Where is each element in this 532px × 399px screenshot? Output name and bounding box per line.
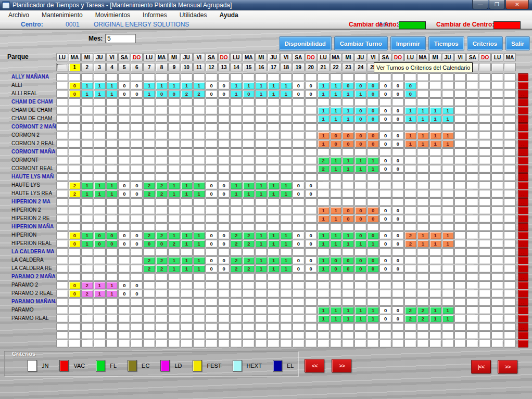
schedule-cell-empty[interactable] <box>479 223 491 231</box>
schedule-cell[interactable]: 0 <box>392 265 404 273</box>
schedule-cell-empty[interactable] <box>280 132 292 139</box>
schedule-cell-empty[interactable] <box>404 173 416 181</box>
schedule-cell[interactable]: 1 <box>268 256 280 264</box>
schedule-cell-empty[interactable] <box>404 265 416 273</box>
schedule-cell-empty[interactable] <box>442 298 454 306</box>
schedule-cell-empty[interactable] <box>118 115 130 123</box>
schedule-cell[interactable]: 0 <box>392 315 404 323</box>
schedule-cell-empty[interactable] <box>181 281 193 289</box>
schedule-cell[interactable]: 0 <box>342 215 354 223</box>
schedule-cell-empty[interactable] <box>69 223 81 231</box>
schedule-cell-empty[interactable] <box>404 165 416 173</box>
schedule-cell-empty[interactable] <box>342 190 354 198</box>
schedule-cell-empty[interactable] <box>230 315 242 323</box>
schedule-cell-empty[interactable] <box>293 198 305 206</box>
schedule-cell-empty[interactable] <box>143 298 155 306</box>
schedule-cell-empty[interactable] <box>429 190 441 198</box>
schedule-cell-empty[interactable] <box>417 165 429 173</box>
schedule-cell-empty[interactable] <box>106 107 118 114</box>
schedule-cell[interactable]: 1 <box>318 115 330 123</box>
schedule-cell[interactable]: 2 <box>156 256 168 264</box>
schedule-cell-empty[interactable] <box>479 207 491 214</box>
schedule-cell[interactable]: 0 <box>293 265 305 273</box>
schedule-cell-empty[interactable] <box>106 98 118 106</box>
schedule-cell[interactable]: 0 <box>379 157 391 164</box>
schedule-cell-empty[interactable] <box>330 198 342 206</box>
schedule-cell-empty[interactable] <box>168 315 180 323</box>
schedule-cell-empty[interactable] <box>69 323 81 331</box>
schedule-cell[interactable]: 2 <box>318 157 330 164</box>
mes-input[interactable] <box>105 34 136 43</box>
schedule-cell-empty[interactable] <box>243 140 255 148</box>
schedule-cell-empty[interactable] <box>354 173 366 181</box>
schedule-cell[interactable]: 1 <box>181 256 193 264</box>
schedule-cell-empty[interactable] <box>268 198 280 206</box>
schedule-cell-empty[interactable] <box>404 190 416 198</box>
schedule-cell-empty[interactable] <box>255 148 267 156</box>
schedule-cell-empty[interactable] <box>255 198 267 206</box>
schedule-cell-empty[interactable] <box>268 73 280 81</box>
row-options-button[interactable]: ··· <box>518 173 528 181</box>
schedule-cell-empty[interactable] <box>354 198 366 206</box>
schedule-cell-empty[interactable] <box>479 173 491 181</box>
schedule-cell-empty[interactable] <box>81 132 93 139</box>
schedule-cell-empty[interactable] <box>131 148 143 156</box>
schedule-cell-empty[interactable] <box>118 256 130 264</box>
schedule-cell-empty[interactable] <box>429 98 441 106</box>
schedule-cell-empty[interactable] <box>206 115 218 123</box>
schedule-cell-empty[interactable] <box>354 190 366 198</box>
schedule-cell-empty[interactable] <box>81 223 93 231</box>
schedule-cell-empty[interactable] <box>94 298 106 306</box>
menu-item-movimientos[interactable]: Movimientos <box>89 10 136 20</box>
schedule-cell[interactable]: 0 <box>379 165 391 173</box>
schedule-cell-empty[interactable] <box>181 248 193 256</box>
schedule-cell-empty[interactable] <box>206 207 218 214</box>
schedule-cell[interactable]: 0 <box>354 82 366 89</box>
schedule-cell-empty[interactable] <box>168 107 180 114</box>
schedule-cell-empty[interactable] <box>354 73 366 81</box>
schedule-cell[interactable]: 1 <box>429 115 441 123</box>
schedule-cell-empty[interactable] <box>118 148 130 156</box>
schedule-cell-empty[interactable] <box>293 306 305 314</box>
schedule-cell-empty[interactable] <box>94 98 106 106</box>
schedule-cell-empty[interactable] <box>342 123 354 131</box>
schedule-cell-empty[interactable] <box>429 340 441 347</box>
schedule-cell-empty[interactable] <box>354 223 366 231</box>
schedule-cell-empty[interactable] <box>466 157 478 164</box>
schedule-cell-empty[interactable] <box>429 248 441 256</box>
schedule-cell[interactable]: 1 <box>354 90 366 98</box>
schedule-cell[interactable]: 1 <box>280 90 292 98</box>
schedule-cell[interactable]: 1 <box>354 306 366 314</box>
schedule-cell[interactable]: 1 <box>181 82 193 89</box>
schedule-cell[interactable]: 0 <box>330 140 342 148</box>
schedule-cell-empty[interactable] <box>268 132 280 139</box>
schedule-cell-empty[interactable] <box>193 107 205 114</box>
schedule-cell-empty[interactable] <box>466 273 478 281</box>
schedule-cell[interactable]: 1 <box>442 315 454 323</box>
schedule-cell-empty[interactable] <box>417 173 429 181</box>
schedule-cell-empty[interactable] <box>243 273 255 281</box>
schedule-cell[interactable]: 0 <box>354 107 366 114</box>
schedule-cell[interactable]: 0 <box>404 90 416 98</box>
day-number-button[interactable]: 24 <box>354 63 366 71</box>
day-number-blank[interactable] <box>491 63 503 71</box>
schedule-cell-empty[interactable] <box>404 298 416 306</box>
schedule-cell-empty[interactable] <box>417 331 429 339</box>
schedule-cell-empty[interactable] <box>255 132 267 139</box>
schedule-cell-empty[interactable] <box>69 73 81 81</box>
schedule-cell-empty[interactable] <box>94 248 106 256</box>
schedule-cell-empty[interactable] <box>69 215 81 223</box>
schedule-cell[interactable]: 1 <box>318 265 330 273</box>
schedule-cell[interactable]: 1 <box>318 240 330 248</box>
schedule-cell-empty[interactable] <box>491 331 503 339</box>
schedule-cell-empty[interactable] <box>466 73 478 81</box>
schedule-cell-empty[interactable] <box>454 340 466 347</box>
schedule-cell[interactable]: 2 <box>417 315 429 323</box>
schedule-cell[interactable]: 0 <box>379 82 391 89</box>
schedule-cell-empty[interactable] <box>56 315 68 323</box>
schedule-cell-empty[interactable] <box>181 290 193 298</box>
schedule-cell[interactable]: 0 <box>293 182 305 189</box>
schedule-cell[interactable]: 2 <box>69 182 81 189</box>
schedule-cell-empty[interactable] <box>504 90 516 98</box>
schedule-cell-empty[interactable] <box>131 256 143 264</box>
